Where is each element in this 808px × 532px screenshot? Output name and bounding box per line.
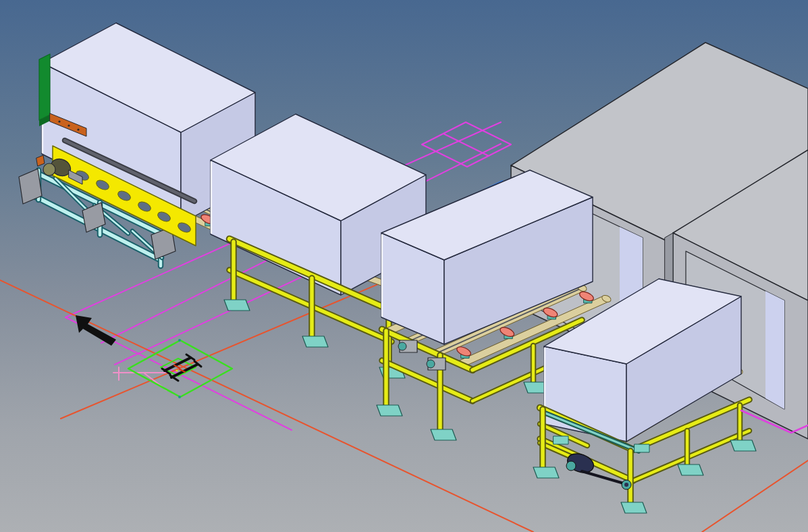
conveyor4-motor-face xyxy=(566,461,576,471)
datum-point-top xyxy=(178,339,181,342)
conveyor4-pulley-hub xyxy=(624,483,628,487)
datum-point-bottom xyxy=(178,396,181,398)
conveyor4-bracket-2 xyxy=(635,444,649,452)
hood1-green-panel[interactable] xyxy=(39,54,50,120)
conveyor4-foot-2[interactable] xyxy=(621,502,647,513)
lift-gearmotor-face[interactable] xyxy=(43,163,55,176)
conveyor3-gearmotor-2-face xyxy=(427,360,435,368)
conveyor4-foot-3[interactable] xyxy=(678,464,703,475)
structure2-opening-glow xyxy=(765,291,784,409)
conveyor3-foot-2[interactable] xyxy=(431,429,456,440)
cad-application-window xyxy=(0,0,808,532)
bracket-hole-1 xyxy=(58,120,60,122)
conveyor2-foot-1[interactable] xyxy=(224,300,250,311)
conveyor4-foot-1[interactable] xyxy=(533,467,559,478)
conveyor3-foot-1[interactable] xyxy=(377,405,402,416)
conveyor4-foot-4[interactable] xyxy=(730,440,756,451)
conveyor2-foot-2[interactable] xyxy=(302,336,328,347)
datum-yellow-dot xyxy=(176,369,178,371)
conveyor4-bracket-1 xyxy=(554,436,568,444)
conveyor3-gearmotor-1-face xyxy=(398,342,406,350)
bracket-hole-3 xyxy=(77,128,79,130)
cad-viewport[interactable] xyxy=(0,0,808,532)
bracket-hole-2 xyxy=(68,124,70,126)
